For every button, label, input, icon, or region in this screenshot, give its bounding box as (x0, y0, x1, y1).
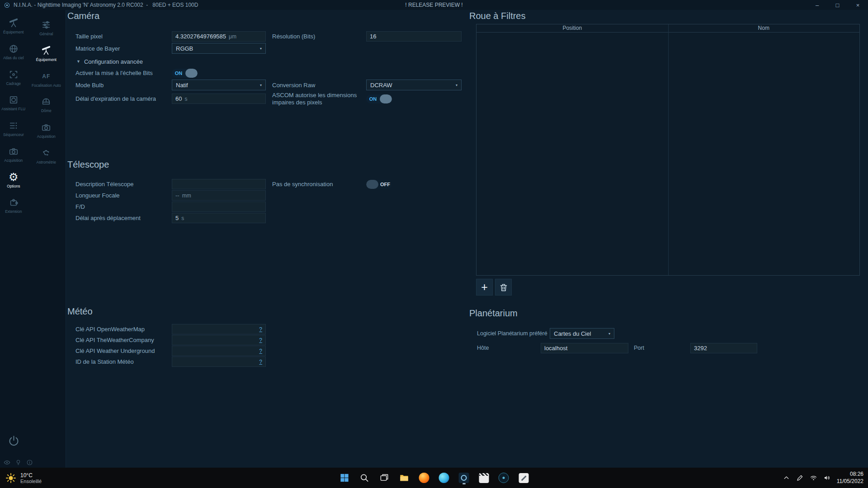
taskbar-center (338, 468, 531, 488)
ascom-odd-pixels-toggle[interactable]: ON (366, 94, 392, 103)
sidebar-primary: Équipement Atlas du ciel Cadrage Assista… (0, 10, 27, 468)
close-button[interactable]: × (848, 0, 868, 10)
bulb-icon[interactable] (15, 459, 22, 466)
camera-timeout-input[interactable]: 60 s (172, 94, 266, 104)
clock-widget[interactable]: 08:26 11/05/2022 (837, 471, 863, 485)
options-tab-focalisation-auto[interactable]: AF Focalisation Auto (27, 70, 66, 88)
pen-icon (796, 474, 804, 482)
weatherunderground-help-link[interactable]: ? (259, 348, 262, 354)
sidebar-item-extension[interactable]: Extension (0, 197, 27, 214)
app-window: Équipement Atlas du ciel Cadrage Assista… (0, 10, 868, 468)
volume-button[interactable] (823, 474, 831, 482)
theweathercompany-key-label: Clé API TheWeatherCompany (75, 335, 172, 345)
power-icon (8, 435, 20, 447)
settle-time-label: Délai après déplacement (75, 213, 172, 223)
tray-expand-button[interactable] (783, 474, 790, 482)
weather-widget[interactable]: 10°C Ensoleillé (5, 468, 42, 488)
resolution-bits-input[interactable]: 16 (366, 31, 462, 42)
firefox-icon (419, 473, 429, 483)
network-button[interactable] (810, 474, 817, 482)
options-tab-acquisition[interactable]: Acquisition (27, 122, 66, 139)
phd2-button[interactable] (497, 471, 511, 485)
weatherunderground-key-label: Clé API Weather Underground (75, 346, 172, 356)
eye-icon[interactable] (4, 459, 10, 466)
options-tab-equipement[interactable]: Équipement (27, 45, 66, 62)
options-tab-astrometrie[interactable]: Astrométrie (27, 147, 66, 165)
nina-app-button[interactable] (457, 471, 471, 485)
host-input[interactable]: localhost (541, 343, 628, 353)
planetarium-software-dropdown[interactable]: Cartes du Ciel ▾ (550, 328, 614, 339)
bit-scaling-toggle[interactable]: ON (172, 69, 198, 78)
port-label: Port (628, 343, 690, 353)
maximize-button[interactable]: □ (827, 0, 848, 10)
expander-triangle-icon: ▼ (76, 59, 80, 64)
no-sync-label: Pas de synchronisation (266, 179, 366, 189)
sliders-icon (41, 19, 51, 31)
start-button[interactable] (338, 471, 352, 485)
media-player-button[interactable] (477, 471, 491, 485)
sidebar-item-sequenceur[interactable]: Séquenceur (0, 120, 27, 137)
toggle-knob (185, 69, 198, 78)
telescope-section: Télescope Description Télescope Pas de s… (67, 160, 467, 223)
notes-app-button[interactable] (517, 471, 531, 485)
info-icon[interactable] (26, 459, 33, 466)
weatherunderground-key-input[interactable]: ? (172, 346, 266, 356)
phd2-icon (499, 473, 509, 483)
file-explorer-button[interactable] (397, 471, 411, 485)
advanced-config-expander[interactable]: ▼ Configuration avancée (76, 57, 462, 66)
port-input[interactable]: 3292 (690, 343, 757, 353)
tray-date: 11/05/2022 (837, 478, 863, 485)
options-tab-dome[interactable]: Dôme (27, 96, 66, 113)
focal-length-input[interactable]: -- mm (172, 190, 266, 201)
focal-ratio-input[interactable] (172, 202, 266, 212)
sidebar-item-options[interactable]: ⚙ Options (0, 171, 27, 189)
telescope-section-title: Télescope (67, 160, 467, 170)
task-view-icon (379, 473, 390, 483)
sky-atlas-icon (9, 43, 19, 55)
bulb-mode-dropdown[interactable]: Natif ▾ (172, 80, 266, 90)
pixel-size-label: Taille pixel (75, 31, 172, 42)
camera-section: Caméra Taille pixel 4.32027649769585 μm … (67, 11, 467, 106)
window-title: N.I.N.A. - Nighttime Imaging 'N' Astrono… (14, 2, 198, 8)
add-filter-button[interactable]: + (476, 279, 493, 296)
theweathercompany-help-link[interactable]: ? (259, 337, 262, 343)
plus-icon: + (481, 282, 488, 293)
openweathermap-key-input[interactable]: ? (172, 324, 266, 334)
search-button[interactable] (358, 471, 372, 485)
delete-filter-button[interactable] (495, 279, 512, 296)
name-column-header: Nom (668, 24, 860, 32)
task-view-button[interactable] (377, 471, 392, 485)
bulb-mode-label: Mode Bulb (75, 80, 172, 90)
weather-station-id-input[interactable]: ? (172, 357, 266, 367)
focal-ratio-label: F/D (75, 202, 172, 212)
windows-logo-icon (340, 473, 350, 483)
edge-button[interactable] (437, 471, 451, 485)
settle-time-input[interactable]: 5 s (172, 213, 266, 223)
firefox-button[interactable] (417, 471, 431, 485)
options-tab-general[interactable]: Général (27, 19, 66, 37)
sidebar-item-equipement[interactable]: Équipement (0, 17, 27, 35)
telescope-description-input[interactable] (172, 179, 266, 189)
raw-conversion-dropdown[interactable]: DCRAW ▾ (366, 80, 462, 90)
sidebar-item-acquisition[interactable]: Acquisition (0, 145, 27, 163)
camera-timeout-label: Délai d'expiration de la caméra (75, 94, 172, 104)
theweathercompany-key-input[interactable]: ? (172, 335, 266, 345)
power-button[interactable] (8, 435, 20, 447)
openweathermap-help-link[interactable]: ? (259, 326, 262, 333)
pen-settings-button[interactable] (796, 474, 804, 482)
sidebar-item-atlas-du-ciel[interactable]: Atlas du ciel (0, 43, 27, 61)
nina-app-icon (459, 473, 469, 483)
system-tray: 08:26 11/05/2022 (783, 468, 863, 488)
bit-scaling-label: Activer la mise à l'échelle Bits (75, 68, 172, 78)
bayer-matrix-dropdown[interactable]: RGGB ▾ (172, 43, 266, 54)
weather-station-help-link[interactable]: ? (259, 359, 262, 365)
planetarium-section: Planétarium Logiciel Planétarium préféré… (469, 308, 757, 353)
no-sync-toggle[interactable]: OFF (366, 180, 392, 189)
weather-section-title: Météo (67, 306, 467, 317)
sidebar-item-cadrage[interactable]: Cadrage (0, 69, 27, 86)
pixel-size-input[interactable]: 4.32027649769585 μm (172, 31, 266, 42)
minimize-button[interactable]: – (807, 0, 827, 10)
camera-icon (9, 145, 19, 157)
chevron-down-icon: ▾ (260, 47, 262, 51)
sidebar-item-assistant-flu[interactable]: Assistant FLU (0, 94, 27, 112)
